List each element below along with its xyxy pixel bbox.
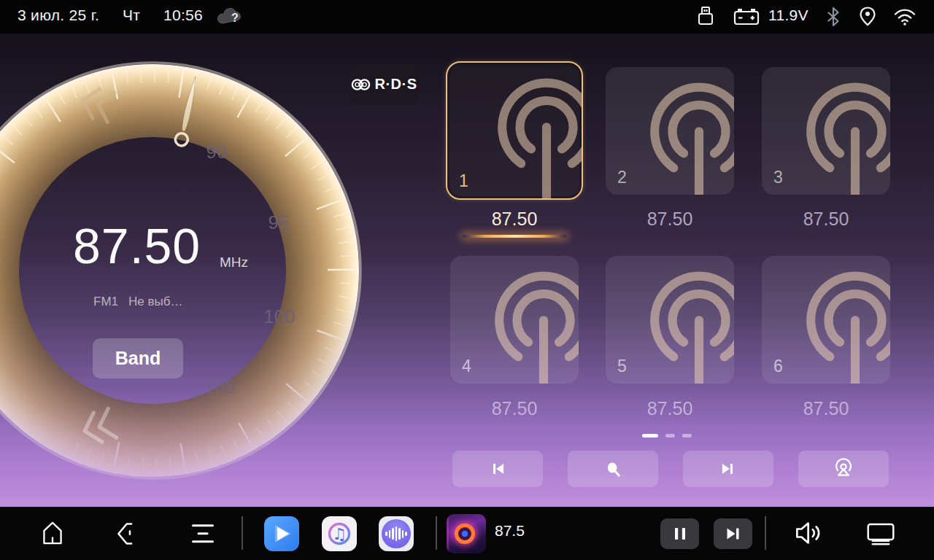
station-name: Не выб…: [128, 295, 182, 309]
rds-badge[interactable]: R·D·S: [349, 63, 419, 105]
dial-label-90: 90: [207, 141, 228, 163]
pause-button[interactable]: [660, 518, 699, 549]
broadcast-icon: [488, 271, 579, 384]
music-app-icon[interactable]: ♫: [322, 516, 357, 551]
car-battery-icon: [733, 7, 760, 27]
dial-label-105: 105: [204, 376, 235, 398]
scan-search-button[interactable]: [568, 451, 658, 487]
usb-icon: [695, 5, 716, 28]
radio-main-area: 90 95 100 105 87.50 MHz FM1 Не выб…: [0, 34, 934, 507]
navbar-separator: [436, 516, 437, 550]
dial-label-95: 95: [269, 211, 290, 233]
pause-icon: [674, 526, 687, 541]
preset-frequency-4: 87.50: [450, 398, 579, 419]
preset-tile-6[interactable]: 6: [762, 256, 890, 384]
video-player-app-icon[interactable]: [264, 516, 299, 551]
band-button[interactable]: Band: [93, 338, 183, 378]
skip-next-icon: [725, 526, 741, 541]
menu-icon[interactable]: [190, 521, 216, 546]
preset-number: 1: [459, 171, 468, 191]
preset-frequency-5: 87.50: [606, 398, 734, 419]
broadcast-icon: [800, 271, 890, 384]
weather-unknown-icon[interactable]: ?: [215, 5, 245, 28]
rds-label: R·D·S: [374, 76, 417, 93]
car-radio-screen: 3 июл. 25 г. Чт 10:56 ? 11.9V: [0, 0, 934, 560]
preset-frequency-1: 87.50: [450, 209, 579, 230]
pty-antenna-button[interactable]: [798, 451, 889, 487]
preset-tile-4[interactable]: 4: [450, 256, 579, 384]
dial-label-100: 100: [263, 306, 295, 327]
band-indicator: FM1: [93, 295, 118, 309]
skip-next-icon: [719, 459, 738, 478]
pager-dot-3[interactable]: [682, 434, 692, 438]
preset-tile-3[interactable]: 3: [762, 67, 890, 195]
status-bar: 3 июл. 25 г. Чт 10:56 ? 11.9V: [0, 0, 934, 34]
wifi-icon: [893, 8, 916, 27]
preset-frequency-3: 87.50: [762, 209, 890, 230]
speaker-artwork: [455, 524, 475, 544]
svg-text:?: ?: [231, 12, 239, 24]
preset-tile-2[interactable]: 2: [606, 67, 734, 195]
seek-next-button[interactable]: [683, 451, 773, 487]
now-playing-album-art[interactable]: [447, 514, 486, 553]
pager-dot-1[interactable]: [642, 434, 658, 438]
search-icon: [603, 459, 623, 479]
preset-tile-1[interactable]: 1: [446, 61, 583, 200]
battery-voltage: 11.9V: [768, 7, 808, 24]
volume-icon[interactable]: [792, 519, 824, 547]
frequency-readout: 87.50: [73, 217, 226, 274]
status-date: 3 июл. 25 г.: [18, 7, 99, 24]
band-button-label: Band: [115, 348, 161, 369]
preset-tile-5[interactable]: 5: [606, 256, 734, 384]
navigation-bar: ♫ 87.5: [0, 507, 934, 560]
preset-frequency-2: 87.50: [606, 209, 734, 230]
voice-wave-icon: [382, 519, 411, 548]
broadcast-icon: [644, 271, 734, 384]
preset-number: 3: [773, 168, 783, 187]
broadcast-icon: [491, 77, 583, 200]
back-icon[interactable]: [114, 520, 139, 548]
preset-number: 2: [617, 168, 627, 187]
preset-pager: [642, 434, 692, 438]
navbar-separator: [242, 516, 243, 550]
preset-number: 5: [617, 357, 627, 376]
next-track-button[interactable]: [714, 518, 752, 549]
home-icon[interactable]: [39, 518, 66, 548]
selected-preset-glow: [463, 235, 566, 238]
bluetooth-icon: [826, 6, 841, 28]
preset-number: 4: [462, 357, 471, 376]
rds-logo-icon: [350, 77, 372, 93]
seek-previous-button[interactable]: [452, 451, 543, 487]
svg-text:♫: ♫: [332, 525, 347, 543]
preset-frequency-6: 87.50: [762, 398, 890, 419]
frequency-unit: MHz: [220, 254, 248, 271]
voice-equalizer-app-icon[interactable]: [379, 516, 414, 551]
preset-number: 6: [773, 357, 783, 376]
status-day: Чт: [123, 7, 140, 24]
location-icon: [858, 6, 877, 28]
pager-dot-2[interactable]: [665, 434, 675, 438]
status-time: 10:56: [163, 7, 203, 24]
broadcast-icon: [800, 82, 890, 195]
skip-previous-icon: [488, 459, 507, 478]
navbar-separator: [765, 516, 766, 550]
now-playing-frequency: 87.5: [495, 522, 525, 540]
antenna-broadcast-icon: [833, 458, 854, 480]
broadcast-icon: [644, 82, 734, 195]
screen-off-icon[interactable]: [865, 521, 896, 546]
